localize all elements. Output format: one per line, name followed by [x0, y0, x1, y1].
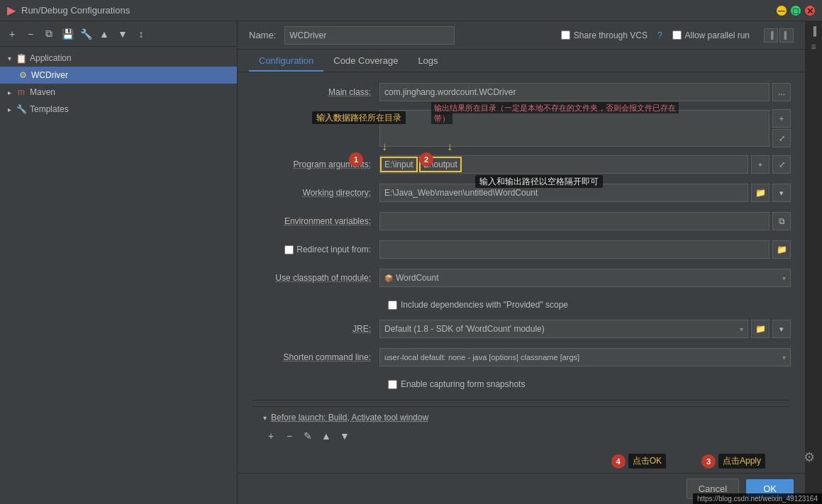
- before-launch-arrow: ▾: [263, 414, 267, 422]
- args-rest: [462, 157, 748, 172]
- jre-dropdown-arrow: ▾: [740, 325, 743, 333]
- redirect-input-browse-button[interactable]: 📁: [772, 240, 791, 259]
- tree-item-templates[interactable]: ▸ 🔧 Templates: [0, 101, 237, 118]
- before-launch-tools: + − ✎ ▲ ▼: [263, 428, 779, 444]
- env-vars-row: Environment variables: ⧉: [252, 210, 791, 233]
- collapse-panel-button[interactable]: ▌: [779, 28, 794, 43]
- main-container: + − ⧉ 💾 🔧 ▲ ▼ ↕ ▾ 📋 Application ⚙: [0, 21, 822, 504]
- vm-options-input[interactable]: [379, 110, 770, 147]
- enable-capture-checkbox[interactable]: [388, 380, 397, 389]
- copy-config-button[interactable]: ⧉: [41, 26, 57, 42]
- right-collapse-button[interactable]: ▐: [806, 24, 821, 38]
- config-header: Name: Share through VCS ? Allow parallel…: [238, 21, 805, 50]
- working-dir-browse-button[interactable]: 📁: [751, 184, 770, 202]
- classpath-dropdown-arrow: ▾: [782, 274, 786, 282]
- jre-label: JRE:: [252, 324, 379, 334]
- before-launch-edit-button[interactable]: ✎: [300, 428, 316, 444]
- share-vcs-label[interactable]: Share through VCS: [561, 30, 648, 40]
- ok-button[interactable]: OK: [746, 479, 794, 498]
- jre-expand-button[interactable]: ▾: [772, 320, 791, 338]
- classpath-module-label: Use classpath of module:: [252, 273, 379, 283]
- enable-capture-label[interactable]: Enable capturing form snapshots: [388, 379, 525, 389]
- shorten-cmd-select[interactable]: user-local default: none - java [options…: [379, 348, 791, 366]
- args-expand-button[interactable]: ⤢: [772, 155, 791, 174]
- before-launch-section: ▾ Before launch: Build, Activate tool wi…: [252, 406, 791, 449]
- share-vcs-checkbox[interactable]: [561, 30, 570, 40]
- remove-config-button[interactable]: −: [23, 26, 38, 42]
- wcdriver-icon: ⚙: [17, 69, 28, 81]
- env-vars-field-group: ⧉: [379, 212, 791, 230]
- redirect-input-field-group: 📁: [379, 240, 791, 259]
- working-dir-expand-button[interactable]: ▾: [772, 184, 791, 202]
- vm-side-buttons: + ⤢: [772, 109, 791, 147]
- env-vars-edit-button[interactable]: ⧉: [772, 212, 791, 230]
- classpath-module-field-group: 📦 WordCount ▾: [379, 269, 791, 287]
- vm-input-area: + ⤢: [379, 109, 791, 147]
- save-config-button[interactable]: 💾: [60, 26, 75, 42]
- window-controls: ─ □ ✕: [777, 6, 815, 16]
- cancel-button[interactable]: Cancel: [687, 478, 739, 499]
- vm-add-button[interactable]: +: [772, 109, 791, 128]
- right-tool-2[interactable]: ≡: [806, 40, 821, 54]
- include-deps-row: Include dependencies with "Provided" sco…: [252, 295, 791, 315]
- jre-row: JRE: Default (1.8 - SDK of 'WordCount' m…: [252, 318, 791, 340]
- config-form: Main class: ... VM options: + ⤢: [238, 72, 805, 473]
- classpath-module-select[interactable]: 📦 WordCount ▾: [379, 269, 791, 287]
- jre-select[interactable]: Default (1.8 - SDK of 'WordCount' module…: [379, 320, 748, 338]
- arg-input-2: E:\output: [419, 157, 462, 172]
- tab-logs[interactable]: Logs: [408, 51, 448, 72]
- vm-options-row: VM options: + ⤢: [252, 109, 791, 147]
- toggle-panel-button[interactable]: ▐: [764, 28, 778, 43]
- redirect-input-checkbox[interactable]: [284, 245, 294, 254]
- sort-button[interactable]: ↕: [133, 26, 149, 42]
- vm-options-label: VM options:: [243, 112, 371, 122]
- maximize-button[interactable]: □: [791, 6, 801, 16]
- main-class-label: Main class:: [252, 87, 379, 97]
- env-vars-input[interactable]: [379, 212, 770, 230]
- settings-config-button[interactable]: 🔧: [78, 26, 94, 42]
- sidebar: + − ⧉ 💾 🔧 ▲ ▼ ↕ ▾ 📋 Application ⚙: [0, 21, 238, 504]
- program-args-row: Program arguments: E:\input E:\output + …: [252, 153, 791, 176]
- before-launch-add-button[interactable]: +: [263, 428, 279, 444]
- name-input[interactable]: [284, 26, 455, 45]
- sidebar-toolbar: + − ⧉ 💾 🔧 ▲ ▼ ↕: [0, 21, 237, 47]
- before-launch-up-button[interactable]: ▲: [318, 428, 334, 444]
- add-config-button[interactable]: +: [4, 26, 20, 42]
- args-add-button[interactable]: +: [751, 155, 770, 174]
- program-args-field-group: E:\input E:\output + ⤢: [379, 155, 791, 174]
- before-launch-remove-button[interactable]: −: [282, 428, 297, 444]
- vm-expand-button[interactable]: ⤢: [772, 129, 791, 147]
- working-dir-input[interactable]: [379, 184, 748, 202]
- close-button[interactable]: ✕: [805, 6, 815, 16]
- tree-label-wcdriver: WCDriver: [31, 70, 68, 80]
- move-down-button[interactable]: ▼: [115, 26, 130, 42]
- name-label: Name:: [249, 30, 276, 40]
- vm-controls-row: + ⤢: [379, 109, 791, 147]
- tree-label-application: Application: [30, 53, 72, 63]
- working-dir-label: Working directory:: [252, 188, 379, 198]
- tree-item-wcdriver[interactable]: ⚙ WCDriver: [0, 67, 237, 84]
- tab-code-coverage[interactable]: Code Coverage: [323, 51, 408, 72]
- before-launch-down-button[interactable]: ▼: [337, 428, 352, 444]
- maven-icon: m: [16, 86, 27, 98]
- redirect-input-input[interactable]: [379, 240, 770, 259]
- main-class-input[interactable]: [379, 83, 770, 101]
- working-dir-field-group: 📁 ▾: [379, 184, 791, 202]
- tree-item-application[interactable]: ▾ 📋 Application: [0, 50, 237, 67]
- before-launch-header: ▾ Before launch: Build, Activate tool wi…: [263, 413, 779, 422]
- allow-parallel-label[interactable]: Allow parallel run: [672, 30, 750, 40]
- jre-browse-button[interactable]: 📁: [751, 320, 770, 338]
- tab-configuration[interactable]: Configuration: [249, 51, 323, 72]
- include-deps-checkbox[interactable]: [388, 301, 397, 310]
- title-bar: ▶ Run/Debug Configurations ─ □ ✕: [0, 0, 822, 21]
- allow-parallel-checkbox[interactable]: [672, 30, 682, 40]
- minimize-button[interactable]: ─: [777, 6, 787, 16]
- tabs-bar: Configuration Code Coverage Logs: [238, 50, 805, 72]
- move-up-button[interactable]: ▲: [96, 26, 112, 42]
- include-deps-label[interactable]: Include dependencies with "Provided" sco…: [388, 300, 568, 310]
- tree-item-maven[interactable]: ▸ m Maven: [0, 84, 237, 101]
- help-icon[interactable]: ?: [657, 30, 662, 40]
- main-class-row: Main class: ...: [252, 81, 791, 103]
- title-bar-text: Run/Debug Configurations: [21, 5, 130, 16]
- main-class-browse-button[interactable]: ...: [772, 83, 791, 101]
